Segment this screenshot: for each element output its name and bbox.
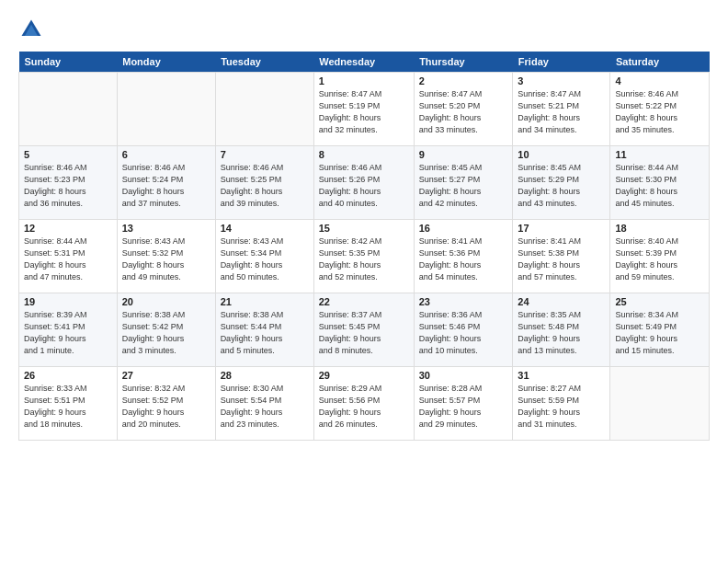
calendar-cell: 18Sunrise: 8:40 AM Sunset: 5:39 PM Dayli… — [610, 220, 710, 293]
logo-icon — [18, 17, 44, 42]
day-info: Sunrise: 8:46 AM Sunset: 5:24 PM Dayligh… — [122, 162, 210, 210]
calendar-cell: 25Sunrise: 8:34 AM Sunset: 5:49 PM Dayli… — [610, 293, 710, 367]
calendar-cell: 3Sunrise: 8:47 AM Sunset: 5:21 PM Daylig… — [513, 73, 610, 146]
calendar-cell: 27Sunrise: 8:32 AM Sunset: 5:52 PM Dayli… — [117, 367, 215, 441]
day-info: Sunrise: 8:39 AM Sunset: 5:41 PM Dayligh… — [24, 309, 112, 357]
calendar-cell: 30Sunrise: 8:28 AM Sunset: 5:57 PM Dayli… — [414, 367, 513, 441]
day-info: Sunrise: 8:41 AM Sunset: 5:36 PM Dayligh… — [419, 236, 508, 283]
calendar-cell — [117, 73, 215, 146]
day-info: Sunrise: 8:45 AM Sunset: 5:27 PM Dayligh… — [419, 162, 508, 210]
header — [18, 17, 710, 42]
day-info: Sunrise: 8:32 AM Sunset: 5:52 PM Dayligh… — [122, 383, 210, 431]
day-number: 26 — [24, 370, 112, 381]
day-number: 29 — [319, 370, 409, 381]
calendar-header-row: SundayMondayTuesdayWednesdayThursdayFrid… — [19, 52, 710, 73]
day-info: Sunrise: 8:45 AM Sunset: 5:29 PM Dayligh… — [518, 162, 605, 210]
calendar-cell: 4Sunrise: 8:46 AM Sunset: 5:22 PM Daylig… — [610, 73, 710, 146]
page: SundayMondayTuesdayWednesdayThursdayFrid… — [0, 0, 728, 450]
day-info: Sunrise: 8:27 AM Sunset: 5:59 PM Dayligh… — [518, 383, 605, 431]
calendar-cell: 5Sunrise: 8:46 AM Sunset: 5:23 PM Daylig… — [19, 146, 118, 220]
calendar-cell: 20Sunrise: 8:38 AM Sunset: 5:42 PM Dayli… — [117, 293, 215, 367]
day-number: 2 — [419, 75, 508, 86]
calendar-week-2: 5Sunrise: 8:46 AM Sunset: 5:23 PM Daylig… — [19, 146, 710, 220]
calendar-cell: 23Sunrise: 8:36 AM Sunset: 5:46 PM Dayli… — [414, 293, 513, 367]
day-number: 19 — [24, 296, 112, 307]
calendar-cell: 16Sunrise: 8:41 AM Sunset: 5:36 PM Dayli… — [414, 220, 513, 293]
day-number: 30 — [419, 370, 508, 381]
calendar-header-tuesday: Tuesday — [215, 52, 313, 73]
calendar-cell — [19, 73, 118, 146]
calendar-header-friday: Friday — [513, 52, 610, 73]
day-number: 20 — [122, 296, 210, 307]
calendar-week-1: 1Sunrise: 8:47 AM Sunset: 5:19 PM Daylig… — [19, 73, 710, 146]
day-number: 10 — [518, 149, 605, 160]
day-info: Sunrise: 8:47 AM Sunset: 5:20 PM Dayligh… — [419, 88, 508, 136]
calendar-header-saturday: Saturday — [610, 52, 710, 73]
calendar-cell: 12Sunrise: 8:44 AM Sunset: 5:31 PM Dayli… — [19, 220, 118, 293]
calendar-cell: 24Sunrise: 8:35 AM Sunset: 5:48 PM Dayli… — [513, 293, 610, 367]
day-info: Sunrise: 8:47 AM Sunset: 5:19 PM Dayligh… — [319, 88, 409, 136]
day-number: 12 — [24, 223, 112, 234]
calendar-cell — [610, 367, 710, 441]
day-info: Sunrise: 8:43 AM Sunset: 5:34 PM Dayligh… — [221, 236, 309, 283]
calendar-cell: 21Sunrise: 8:38 AM Sunset: 5:44 PM Dayli… — [215, 293, 313, 367]
day-number: 17 — [518, 223, 605, 234]
logo — [18, 17, 48, 42]
day-info: Sunrise: 8:38 AM Sunset: 5:42 PM Dayligh… — [122, 309, 210, 357]
calendar-cell: 31Sunrise: 8:27 AM Sunset: 5:59 PM Dayli… — [513, 367, 610, 441]
calendar-cell — [215, 73, 313, 146]
calendar-cell: 15Sunrise: 8:42 AM Sunset: 5:35 PM Dayli… — [313, 220, 414, 293]
calendar-cell: 6Sunrise: 8:46 AM Sunset: 5:24 PM Daylig… — [117, 146, 215, 220]
calendar-header-thursday: Thursday — [414, 52, 513, 73]
calendar-cell: 14Sunrise: 8:43 AM Sunset: 5:34 PM Dayli… — [215, 220, 313, 293]
calendar-cell: 10Sunrise: 8:45 AM Sunset: 5:29 PM Dayli… — [513, 146, 610, 220]
day-info: Sunrise: 8:40 AM Sunset: 5:39 PM Dayligh… — [615, 236, 704, 283]
day-number: 27 — [122, 370, 210, 381]
calendar-cell: 11Sunrise: 8:44 AM Sunset: 5:30 PM Dayli… — [610, 146, 710, 220]
calendar-header-wednesday: Wednesday — [313, 52, 414, 73]
day-number: 15 — [319, 223, 409, 234]
day-info: Sunrise: 8:46 AM Sunset: 5:25 PM Dayligh… — [221, 162, 309, 210]
day-number: 3 — [518, 75, 605, 86]
calendar-week-4: 19Sunrise: 8:39 AM Sunset: 5:41 PM Dayli… — [19, 293, 710, 367]
day-number: 18 — [615, 223, 704, 234]
calendar-cell: 1Sunrise: 8:47 AM Sunset: 5:19 PM Daylig… — [313, 73, 414, 146]
day-number: 13 — [122, 223, 210, 234]
day-number: 24 — [518, 296, 605, 307]
day-info: Sunrise: 8:43 AM Sunset: 5:32 PM Dayligh… — [122, 236, 210, 283]
day-number: 4 — [615, 75, 704, 86]
calendar-cell: 2Sunrise: 8:47 AM Sunset: 5:20 PM Daylig… — [414, 73, 513, 146]
day-number: 28 — [221, 370, 309, 381]
day-info: Sunrise: 8:42 AM Sunset: 5:35 PM Dayligh… — [319, 236, 409, 283]
day-number: 8 — [319, 149, 409, 160]
calendar-cell: 22Sunrise: 8:37 AM Sunset: 5:45 PM Dayli… — [313, 293, 414, 367]
day-number: 1 — [319, 75, 409, 86]
calendar-header-sunday: Sunday — [19, 52, 118, 73]
day-number: 5 — [24, 149, 112, 160]
calendar-table: SundayMondayTuesdayWednesdayThursdayFrid… — [18, 52, 710, 441]
calendar-week-3: 12Sunrise: 8:44 AM Sunset: 5:31 PM Dayli… — [19, 220, 710, 293]
day-info: Sunrise: 8:35 AM Sunset: 5:48 PM Dayligh… — [518, 309, 605, 357]
day-info: Sunrise: 8:30 AM Sunset: 5:54 PM Dayligh… — [221, 383, 309, 431]
calendar-cell: 7Sunrise: 8:46 AM Sunset: 5:25 PM Daylig… — [215, 146, 313, 220]
calendar-cell: 26Sunrise: 8:33 AM Sunset: 5:51 PM Dayli… — [19, 367, 118, 441]
day-info: Sunrise: 8:29 AM Sunset: 5:56 PM Dayligh… — [319, 383, 409, 431]
day-info: Sunrise: 8:44 AM Sunset: 5:31 PM Dayligh… — [24, 236, 112, 283]
day-info: Sunrise: 8:34 AM Sunset: 5:49 PM Dayligh… — [615, 309, 704, 357]
calendar-cell: 19Sunrise: 8:39 AM Sunset: 5:41 PM Dayli… — [19, 293, 118, 367]
day-number: 16 — [419, 223, 508, 234]
day-info: Sunrise: 8:38 AM Sunset: 5:44 PM Dayligh… — [221, 309, 309, 357]
day-info: Sunrise: 8:46 AM Sunset: 5:23 PM Dayligh… — [24, 162, 112, 210]
day-info: Sunrise: 8:33 AM Sunset: 5:51 PM Dayligh… — [24, 383, 112, 431]
day-info: Sunrise: 8:47 AM Sunset: 5:21 PM Dayligh… — [518, 88, 605, 136]
calendar-cell: 28Sunrise: 8:30 AM Sunset: 5:54 PM Dayli… — [215, 367, 313, 441]
day-number: 23 — [419, 296, 508, 307]
calendar-cell: 17Sunrise: 8:41 AM Sunset: 5:38 PM Dayli… — [513, 220, 610, 293]
day-info: Sunrise: 8:44 AM Sunset: 5:30 PM Dayligh… — [615, 162, 704, 210]
day-info: Sunrise: 8:46 AM Sunset: 5:26 PM Dayligh… — [319, 162, 409, 210]
day-number: 21 — [221, 296, 309, 307]
calendar-header-monday: Monday — [117, 52, 215, 73]
calendar-week-5: 26Sunrise: 8:33 AM Sunset: 5:51 PM Dayli… — [19, 367, 710, 441]
calendar-cell: 9Sunrise: 8:45 AM Sunset: 5:27 PM Daylig… — [414, 146, 513, 220]
day-info: Sunrise: 8:37 AM Sunset: 5:45 PM Dayligh… — [319, 309, 409, 357]
